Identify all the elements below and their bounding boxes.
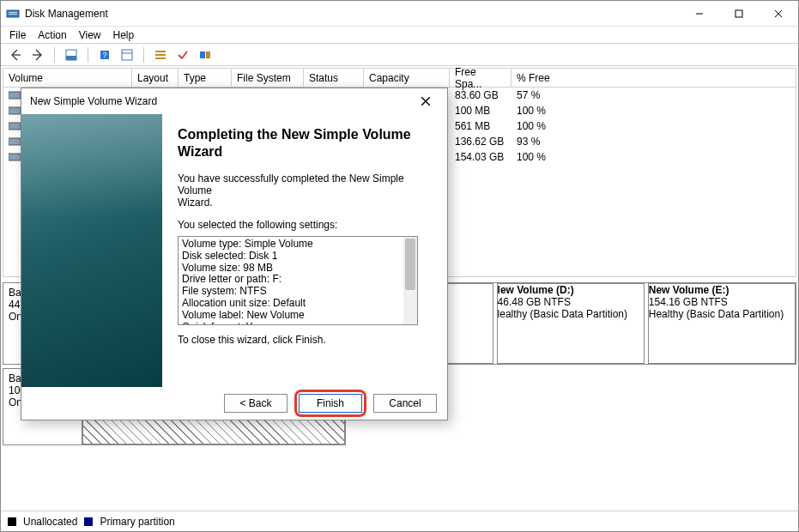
svg-rect-13 xyxy=(122,50,132,60)
svg-rect-4 xyxy=(735,10,742,17)
wizard-title: New Simple Volume Wizard xyxy=(30,95,157,107)
list-view-button[interactable] xyxy=(151,45,170,64)
window-title: Disk Management xyxy=(25,8,108,20)
app-icon xyxy=(6,7,20,21)
svg-rect-16 xyxy=(155,54,166,56)
back-button[interactable]: < Back xyxy=(224,394,288,413)
setting-line: Volume label: New Volume xyxy=(182,310,414,322)
finish-button[interactable]: Finish xyxy=(299,394,362,413)
col-status[interactable]: Status xyxy=(304,69,364,87)
legend: Unallocated Primary partition xyxy=(1,511,798,531)
cell-pct: 57 % xyxy=(511,89,572,101)
wizard-done-text-2: Wizard. xyxy=(178,196,432,209)
legend-swatch-unallocated xyxy=(8,517,16,526)
svg-rect-18 xyxy=(200,51,205,58)
setting-line: Allocation unit size: Default xyxy=(182,298,414,310)
menu-action[interactable]: Action xyxy=(38,29,66,41)
svg-rect-20 xyxy=(9,92,21,99)
col-layout[interactable]: Layout xyxy=(132,69,179,87)
setting-line: Quick format: Yes xyxy=(182,322,414,325)
partition-e[interactable]: New Volume (E:) 154.16 GB NTFS Healthy (… xyxy=(648,283,796,364)
wizard-footer: < Back Finish Cancel xyxy=(21,387,447,420)
legend-swatch-primary xyxy=(84,517,93,526)
help-button[interactable]: ? xyxy=(95,45,114,64)
nav-back-button[interactable] xyxy=(6,45,25,64)
menu-bar: File Action View Help xyxy=(1,27,798,44)
legend-label-primary: Primary partition xyxy=(100,516,174,528)
volume-icon xyxy=(9,152,21,162)
maximize-button[interactable] xyxy=(719,1,759,27)
svg-rect-2 xyxy=(9,14,17,15)
setting-line: Volume type: Simple Volume xyxy=(182,239,414,251)
finish-highlight: Finish xyxy=(294,390,366,417)
svg-rect-19 xyxy=(206,51,210,58)
col-pct[interactable]: % Free xyxy=(511,69,572,87)
svg-rect-17 xyxy=(155,57,166,59)
svg-rect-1 xyxy=(9,12,17,13)
volume-icon xyxy=(9,106,21,116)
col-fs[interactable]: File System xyxy=(232,69,304,87)
check-action-button[interactable] xyxy=(173,45,192,64)
nav-forward-button[interactable] xyxy=(28,45,47,64)
wizard-heading: Completing the New Simple Volume Wizard xyxy=(178,126,432,160)
menu-view[interactable]: View xyxy=(79,29,101,41)
partition-action-button[interactable] xyxy=(196,45,215,64)
wizard-main: Completing the New Simple Volume Wizard … xyxy=(162,114,447,387)
volume-table-header: Volume Layout Type File System Status Ca… xyxy=(3,69,796,88)
wizard-dialog: New Simple Volume Wizard Completing the … xyxy=(21,88,448,420)
svg-rect-21 xyxy=(9,107,21,114)
setting-line: Volume size: 98 MB xyxy=(182,263,414,275)
wizard-sidebar-graphic xyxy=(21,114,162,387)
svg-rect-23 xyxy=(9,138,21,145)
menu-help[interactable]: Help xyxy=(113,29,135,41)
close-button[interactable] xyxy=(759,1,798,27)
cancel-button[interactable]: Cancel xyxy=(373,394,437,413)
svg-rect-24 xyxy=(9,154,21,160)
col-free[interactable]: Free Spa... xyxy=(450,69,511,87)
wizard-settings-label: You selected the following settings: xyxy=(178,219,432,231)
wizard-titlebar: New Simple Volume Wizard xyxy=(21,88,447,114)
minimize-button[interactable] xyxy=(680,1,719,27)
view-bottom-pane-button[interactable] xyxy=(62,45,81,64)
svg-text:?: ? xyxy=(102,51,106,59)
settings-button[interactable] xyxy=(118,45,136,64)
volume-icon xyxy=(9,90,21,100)
setting-line: Disk selected: Disk 1 xyxy=(182,251,414,263)
volume-icon xyxy=(9,136,21,147)
menu-file[interactable]: File xyxy=(9,29,26,41)
titlebar: Disk Management xyxy=(1,1,798,27)
cell-free: 83.60 GB xyxy=(450,89,511,101)
wizard-settings-box[interactable]: Volume type: Simple Volume Disk selected… xyxy=(178,236,418,325)
partition-d[interactable]: lew Volume (D:) 46.48 GB NTFS lealthy (B… xyxy=(497,283,645,364)
svg-rect-15 xyxy=(155,51,166,52)
setting-line: File system: NTFS xyxy=(182,286,414,298)
wizard-close-button[interactable] xyxy=(413,89,439,113)
wizard-close-hint: To close this wizard, click Finish. xyxy=(178,334,432,346)
setting-line: Drive letter or path: F: xyxy=(182,274,414,286)
volume-icon xyxy=(9,121,21,131)
legend-label-unallocated: Unallocated xyxy=(23,516,77,528)
settings-scrollbar[interactable] xyxy=(403,237,417,324)
toolbar: ? xyxy=(1,44,798,66)
col-volume[interactable]: Volume xyxy=(3,69,132,87)
svg-rect-10 xyxy=(66,56,76,60)
col-cap[interactable]: Capacity xyxy=(364,69,450,87)
col-type[interactable]: Type xyxy=(179,69,232,87)
svg-rect-22 xyxy=(9,123,21,130)
wizard-done-text-1: You have successfully completed the New … xyxy=(178,172,432,196)
